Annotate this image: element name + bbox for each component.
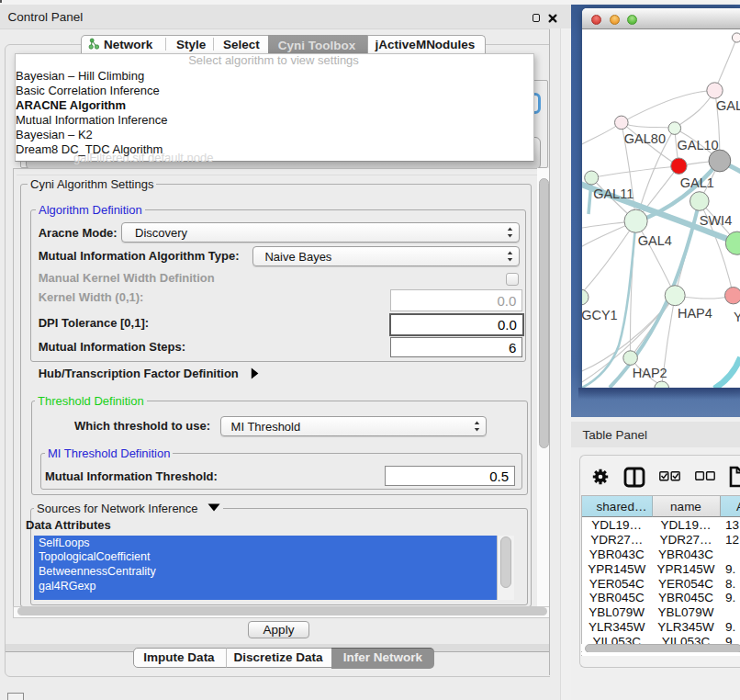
svg-text:HAP2: HAP2	[632, 366, 667, 380]
svg-text:GAL10: GAL10	[677, 138, 718, 152]
svg-text:Y: Y	[734, 310, 740, 324]
svg-text:HAP4: HAP4	[677, 306, 712, 321]
svg-text:GAL4: GAL4	[637, 233, 671, 248]
svg-text:GAL7: GAL7	[716, 98, 740, 113]
svg-text:GCY1: GCY1	[582, 308, 618, 322]
svg-text:GAL80: GAL80	[623, 131, 665, 146]
svg-text:GAL1: GAL1	[679, 175, 713, 190]
svg-text:SWI4: SWI4	[699, 213, 731, 228]
svg-text:GAL11: GAL11	[593, 186, 633, 201]
